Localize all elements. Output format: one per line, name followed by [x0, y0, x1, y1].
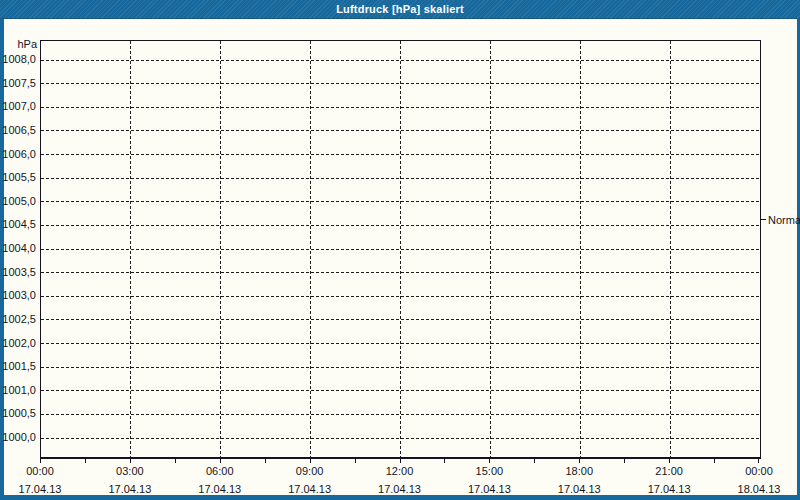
x-tick-mark — [444, 459, 445, 463]
y-tick-label: 1006,5 — [2, 124, 36, 136]
x-tick-mark — [85, 459, 86, 463]
x-tick-time-label: 18:00 — [557, 465, 601, 477]
x-tick-mark — [310, 459, 311, 463]
y-tick-label: 1001,0 — [2, 384, 36, 396]
chart-window: Luftdruck [hPa] skaliert hPa 1008,01007,… — [0, 0, 800, 500]
x-tick-time-label: 12:00 — [378, 465, 422, 477]
x-tick-mark — [758, 459, 759, 463]
v-gridline — [220, 41, 221, 457]
x-tick-mark — [175, 459, 176, 463]
x-tick-time-label: 15:00 — [467, 465, 511, 477]
x-tick-mark — [220, 459, 221, 463]
x-tick-time-label: 21:00 — [647, 465, 691, 477]
y-tick-label: 1000,5 — [2, 407, 36, 419]
y-tick-label: 1005,5 — [2, 171, 36, 183]
y-axis-labels: 1008,01007,51007,01006,51006,01005,51005… — [4, 40, 37, 459]
x-tick-date-label: 17.04.13 — [550, 483, 608, 495]
y-tick-label: 1005,0 — [2, 195, 36, 207]
v-gridline — [400, 41, 401, 457]
y-tick-label: 1000,0 — [2, 431, 36, 443]
x-tick-date-label: 17.04.13 — [460, 483, 518, 495]
y-tick-label: 1002,0 — [2, 337, 36, 349]
y-tick-label: 1008,0 — [2, 53, 36, 65]
window-title: Luftdruck [hPa] skaliert — [336, 3, 464, 15]
y-tick-label: 1007,0 — [2, 100, 36, 112]
y-tick-label: 1006,0 — [2, 148, 36, 160]
x-tick-date-label: 18.04.13 — [730, 483, 788, 495]
y-tick-label: 1003,0 — [2, 289, 36, 301]
v-gridline — [310, 41, 311, 457]
x-tick-mark — [130, 459, 131, 463]
normal-annotation-tick — [761, 219, 766, 220]
y-tick-label: 1003,5 — [2, 266, 36, 278]
x-tick-mark — [714, 459, 715, 463]
x-tick-date-label: 17.04.13 — [371, 483, 429, 495]
x-tick-date-label: 17.04.13 — [640, 483, 698, 495]
x-tick-time-label: 00:00 — [737, 465, 781, 477]
x-axis: 00:0017.04.1303:0017.04.1306:0017.04.130… — [40, 459, 761, 495]
v-gridline — [670, 41, 671, 457]
y-tick-label: 1002,5 — [2, 313, 36, 325]
y-tick-label: 1004,5 — [2, 218, 36, 230]
y-tick-label: 1001,5 — [2, 360, 36, 372]
x-tick-mark — [400, 459, 401, 463]
window-titlebar: Luftdruck [hPa] skaliert — [0, 0, 800, 19]
x-tick-date-label: 17.04.13 — [281, 483, 339, 495]
x-tick-time-label: 03:00 — [108, 465, 152, 477]
x-tick-date-label: 17.04.13 — [101, 483, 159, 495]
chart-area: hPa 1008,01007,51007,01006,51006,01005,5… — [4, 19, 797, 495]
x-tick-mark — [355, 459, 356, 463]
x-tick-date-label: 17.04.13 — [11, 483, 69, 495]
x-tick-date-label: 17.04.13 — [191, 483, 249, 495]
x-tick-time-label: 09:00 — [288, 465, 332, 477]
x-tick-mark — [489, 459, 490, 463]
x-tick-mark — [40, 459, 41, 463]
v-gridline — [130, 41, 131, 457]
x-tick-time-label: 06:00 — [198, 465, 242, 477]
x-tick-mark — [579, 459, 580, 463]
normal-annotation-label: Normal — [768, 214, 800, 226]
plot-area — [40, 40, 761, 459]
v-gridline — [490, 41, 491, 457]
x-tick-time-label: 00:00 — [18, 465, 62, 477]
x-tick-mark — [669, 459, 670, 463]
x-tick-mark — [624, 459, 625, 463]
x-tick-mark — [534, 459, 535, 463]
x-tick-mark — [265, 459, 266, 463]
y-tick-label: 1007,5 — [2, 77, 36, 89]
v-gridline — [580, 41, 581, 457]
y-tick-label: 1004,0 — [2, 242, 36, 254]
